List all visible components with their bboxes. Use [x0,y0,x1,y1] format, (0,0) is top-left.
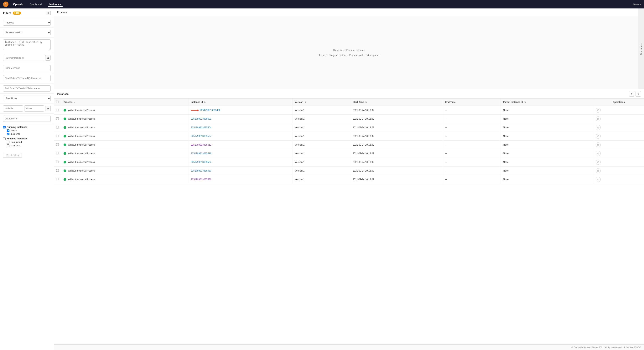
completed-checkbox-label[interactable]: Completed [7,141,51,144]
row-checkbox[interactable] [56,169,59,172]
row-start-time: 2021-09-24 10:13:02 [350,141,443,149]
row-operations-cell: ⊘ [593,141,644,149]
row-cancel-button[interactable]: ⊘ [596,177,601,182]
row-cancel-button[interactable]: ⊘ [596,160,601,165]
row-checkbox[interactable] [56,126,59,129]
row-start-time: 2021-09-24 10:13:02 [350,132,443,141]
running-instances-checkbox[interactable] [3,126,6,129]
active-checkbox-label[interactable]: Active [7,129,51,132]
incidents-checkbox[interactable] [7,133,10,135]
row-version: Version 1 [292,149,350,158]
filters-collapse-button[interactable]: K [46,11,51,15]
parent-instance-icon-button[interactable]: ⊞ [45,55,51,61]
row-parent-instance-id: None [501,141,593,149]
end-date-input[interactable] [3,85,51,92]
row-checkbox[interactable] [56,143,59,146]
canceled-checkbox-label[interactable]: Canceled [7,144,51,147]
row-checkbox[interactable] [56,109,59,111]
instances-expand-button[interactable]: ⊽ [636,91,641,97]
instance-id-link[interactable]: 2251799813685507 [191,135,212,138]
row-cancel-button[interactable]: ⊘ [596,108,601,113]
running-instances-checkbox-label[interactable]: Running Instances [3,126,51,129]
row-parent-instance-id: None [501,115,593,123]
instance-id-link[interactable]: 2251799813685512 [191,144,212,146]
finished-instances-checkbox[interactable] [3,138,6,140]
top-navigation: C Operate Dashboard Instances demo ▾ [0,0,644,8]
instance-id-link[interactable]: 2251799813685504 [191,126,212,129]
row-parent-instance-id: None [501,149,593,158]
row-operations-cell: ⊘ [593,167,644,175]
error-message-input[interactable] [3,65,51,71]
row-version: Version 1 [292,175,350,184]
select-all-checkbox[interactable] [56,101,59,103]
row-cancel-button[interactable]: ⊘ [596,142,601,147]
th-parent-instance-id[interactable]: Parent Instance Id ⇅ [501,99,593,106]
row-checkbox[interactable] [56,117,59,120]
row-parent-instance-id: None [501,167,593,175]
variable-input[interactable] [3,105,23,112]
instance-id-link[interactable]: 2251799813685524 [191,161,212,164]
instance-id-link[interactable]: 2251799813685496 [200,109,220,112]
row-cancel-button[interactable]: ⊘ [596,168,601,173]
row-start-time: 2021-09-24 10:13:02 [350,123,443,132]
incidents-label: Incidents [10,133,20,135]
finished-instances-checkbox-label[interactable]: Finished Instances [3,137,51,140]
variable-filter-group: ⊞ [0,103,54,114]
th-process[interactable]: Process ▾ [61,99,188,106]
row-end-time: -- [443,123,500,132]
reset-filters-button[interactable]: Reset Filters [3,153,22,158]
row-checkbox-cell [54,132,61,141]
nav-instances[interactable]: Instances [48,2,62,7]
variable-icon-button[interactable]: ⊞ [45,106,51,111]
th-version[interactable]: Version ⇅ [292,99,350,106]
instance-ids-input[interactable] [3,39,51,50]
th-end-time[interactable]: End Time [443,99,500,106]
canceled-checkbox[interactable] [7,145,10,147]
instance-id-link[interactable]: 2251799813685501 [191,118,212,120]
flow-node-select[interactable]: Flow Node [3,96,51,101]
active-checkbox[interactable] [7,129,10,132]
end-date-filter-group [0,83,54,94]
row-end-time: -- [443,115,500,123]
nav-dashboard[interactable]: Dashboard [28,2,43,6]
status-dot [64,144,66,146]
row-cancel-button[interactable]: ⊘ [596,116,601,121]
row-cancel-button[interactable]: ⊘ [596,125,601,130]
row-cancel-button[interactable]: ⊘ [596,134,601,139]
row-cancel-button[interactable]: ⊘ [596,151,601,156]
process-version-select[interactable]: Process Version [3,30,51,35]
instance-id-link[interactable]: 2251799813685530 [191,170,212,172]
status-dot [64,170,66,172]
instances-table-container: Process ▾ Instance Id ⇅ [54,99,644,345]
incidents-checkbox-label[interactable]: Incidents [7,133,51,135]
th-select-all[interactable] [54,99,61,106]
filters-header: Filters 1340 K [0,8,54,18]
row-checkbox[interactable] [56,152,59,155]
row-version: Version 1 [292,158,350,167]
process-select[interactable]: Process [3,20,51,25]
instance-id-link[interactable]: 2251799813685518 [191,152,212,155]
process-panel-title: Process [57,11,67,14]
row-checkbox[interactable] [56,178,59,180]
completed-checkbox[interactable] [7,141,10,144]
start-date-filter-group [0,73,54,83]
app-brand: Operate [13,3,23,6]
running-instances-label: Running Instances [7,126,27,129]
th-start-time[interactable]: Start Time ⇅ [350,99,443,106]
row-start-time: 2021-09-24 10:13:02 [350,106,443,115]
th-instance-id[interactable]: Instance Id ⇅ [188,99,292,106]
value-input[interactable] [24,105,44,112]
start-date-input[interactable] [3,75,51,81]
operation-id-input[interactable] [3,116,51,122]
row-checkbox[interactable] [56,135,59,137]
parent-instance-input[interactable] [3,55,44,61]
user-menu[interactable]: demo ▾ [632,3,641,6]
row-start-time: 2021-09-24 10:13:02 [350,167,443,175]
row-checkbox[interactable] [56,161,59,163]
instances-collapse-button[interactable]: ⊼ [629,91,634,97]
error-message-filter-group [0,63,54,73]
instance-id-link[interactable]: 2251799813685536 [191,178,212,181]
copy-icon: ⊞ [47,107,49,110]
row-checkbox-cell [54,149,61,158]
operations-side-tab[interactable]: Operations [638,8,644,89]
